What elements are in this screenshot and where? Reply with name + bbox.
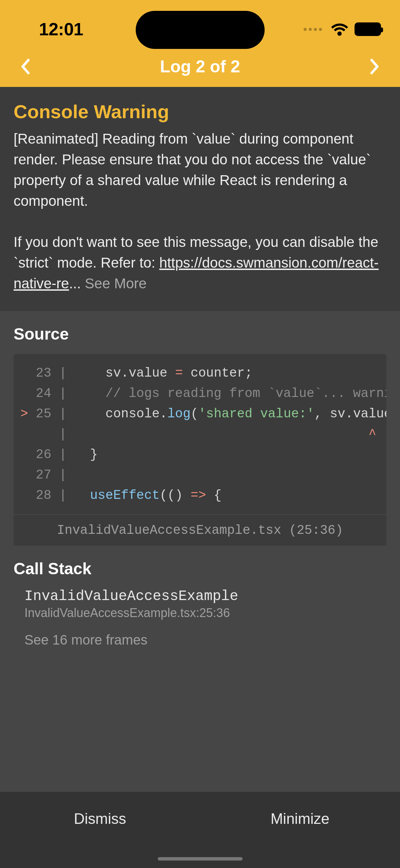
source-title: Source (14, 325, 386, 343)
chevron-left-icon (20, 58, 30, 75)
status-dots-icon (304, 28, 322, 31)
chevron-right-icon (370, 58, 380, 75)
source-file: InvalidValueAccessExample.tsx (25:36) (14, 514, 386, 546)
warning-body-1: [Reanimated] Reading from `value` during… (14, 131, 371, 209)
prev-log-button[interactable] (15, 56, 35, 77)
frame-function: InvalidValueAccessExample (24, 588, 386, 604)
logbox-screen: 12:01 (0, 0, 400, 868)
callstack-section: Call Stack InvalidValueAccessExample Inv… (0, 546, 400, 792)
footer: Dismiss Minimize (0, 792, 400, 868)
status-time: 12:01 (0, 19, 122, 39)
next-log-button[interactable] (365, 56, 385, 77)
dismiss-button[interactable]: Dismiss (0, 792, 200, 868)
code-lines: 23 | sv.value = counter; 24 | // logs re… (14, 354, 386, 514)
warning-section: Console Warning [Reanimated] Reading fro… (0, 87, 400, 311)
see-more-button[interactable]: See More (85, 275, 147, 291)
nav-bar: Log 2 of 2 (0, 46, 400, 87)
source-section: Source 23 | sv.value = counter; 24 | // … (0, 311, 400, 546)
callstack-title: Call Stack (14, 559, 386, 578)
body: Console Warning [Reanimated] Reading fro… (0, 87, 400, 792)
nav-title: Log 2 of 2 (35, 57, 365, 76)
wifi-icon (331, 22, 348, 36)
stack-frame[interactable]: InvalidValueAccessExample InvalidValueAc… (24, 588, 386, 620)
warning-title: Console Warning (14, 101, 386, 123)
warning-message: [Reanimated] Reading from `value` during… (14, 129, 386, 294)
see-more-frames-button[interactable]: See 16 more frames (24, 632, 386, 648)
frame-location: InvalidValueAccessExample.tsx:25:36 (24, 606, 386, 620)
minimize-button[interactable]: Minimize (200, 792, 400, 868)
header: 12:01 (0, 0, 400, 87)
code-box: 23 | sv.value = counter; 24 | // logs re… (14, 354, 386, 546)
home-indicator[interactable] (158, 857, 243, 861)
warning-ellipsis: ... (69, 275, 85, 291)
battery-icon (355, 22, 381, 36)
status-right (304, 22, 381, 36)
dynamic-island (136, 11, 265, 49)
status-bar: 12:01 (0, 12, 400, 46)
